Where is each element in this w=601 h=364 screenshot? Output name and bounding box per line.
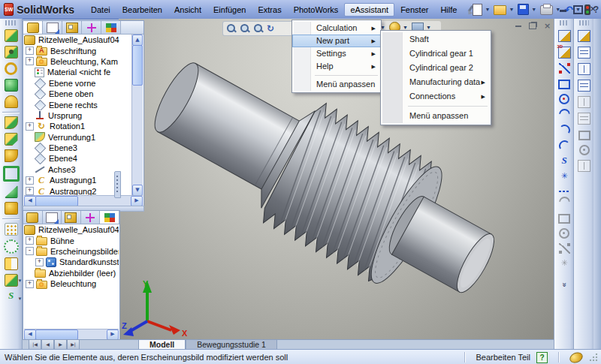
circular-pattern-icon[interactable] [4, 239, 19, 254]
3d-sketch-icon[interactable] [558, 47, 571, 59]
view-layout-icon[interactable] [578, 113, 590, 125]
relation-icon[interactable] [578, 131, 590, 140]
menu-item-menue-anpassen[interactable]: Menü anpassen [292, 78, 381, 91]
extruded-cut-icon[interactable] [5, 46, 18, 59]
tree-item[interactable]: Material <nicht fe [24, 67, 132, 77]
tree-root[interactable]: Ritzelwelle_Auslauf04 [24, 35, 132, 45]
tree-item[interactable]: -Erscheinungsbilder (S [24, 246, 119, 257]
tree-item[interactable]: +Beschriftung [24, 45, 132, 56]
menu-item-help[interactable]: Help▶ [292, 60, 381, 73]
expand-toggle[interactable]: + [26, 176, 34, 185]
tree-item[interactable]: Ursprung [24, 110, 132, 121]
tab-featuremanager[interactable] [23, 21, 43, 34]
scroll-right-arrow[interactable]: ▶ [107, 329, 119, 340]
shell-icon[interactable] [3, 166, 20, 182]
tree-item[interactable]: Ebene3 [24, 143, 132, 153]
menu-item-menue-anpassen[interactable]: Menü anpassen [381, 109, 491, 123]
doc-minimize-button[interactable] [515, 26, 521, 27]
menu-hilfe[interactable]: Hilfe [434, 3, 463, 17]
tab-displaymanager[interactable] [101, 21, 121, 34]
revolved-boss-icon[interactable] [5, 62, 17, 75]
relation-icon[interactable] [579, 145, 590, 155]
draft-icon[interactable] [5, 185, 18, 198]
display-relations-icon[interactable] [559, 243, 570, 254]
expand-toggle[interactable]: + [26, 236, 34, 245]
chevron-down-icon[interactable]: ▼ [531, 7, 536, 12]
tree-item[interactable]: +Standardkunststo [24, 257, 119, 267]
scroll-left-arrow[interactable]: ◀ [24, 196, 36, 206]
vertical-scrollbar[interactable]: ▲ ▼ [131, 35, 143, 196]
tree-item[interactable]: Ebene4 [24, 153, 132, 164]
toolbar-grip[interactable] [560, 20, 569, 26]
scroll-down-arrow[interactable]: ▼ [132, 185, 143, 196]
doc-close-button[interactable]: × [544, 23, 551, 29]
centerline-icon[interactable] [559, 191, 570, 192]
minimize-button[interactable] [560, 10, 566, 12]
new-document-icon[interactable] [473, 4, 482, 16]
tab-configurationmanager[interactable] [62, 211, 81, 224]
tree-item[interactable]: Abziehbilder (leer) [24, 268, 119, 278]
tab-displaymanager[interactable] [100, 211, 119, 224]
tree-item[interactable]: Ebene oben [24, 89, 132, 99]
menu-einfuegen[interactable]: Einfügen [207, 3, 252, 17]
chevron-down-icon[interactable]: ▼ [18, 294, 23, 304]
scroll-up-arrow[interactable]: ▲ [132, 35, 143, 46]
menu-item-cylindrical-gear-2[interactable]: Cylindrical gear 2 [381, 61, 491, 75]
zoom-fit-icon[interactable] [226, 23, 237, 34]
quick-snaps-icon[interactable]: ✳ [559, 258, 570, 269]
menu-photoworks[interactable]: PhotoWorks [288, 3, 345, 17]
3-point-arc-icon[interactable] [556, 138, 572, 154]
menu-extras[interactable]: Extras [252, 3, 287, 17]
menu-item-cylindrical-gear-1[interactable]: Cylindrical gear 1 [381, 47, 491, 61]
tab-featuremanager[interactable] [23, 211, 43, 224]
expand-toggle[interactable]: - [26, 247, 34, 255]
zoom-area-icon[interactable] [240, 23, 250, 34]
chevron-down-icon[interactable]: ▼ [485, 7, 490, 12]
tree-item[interactable]: Ebene vorne [24, 78, 132, 89]
expand-toggle[interactable]: + [26, 187, 34, 195]
tree-root[interactable]: Ritzelwelle_Auslauf04200 [24, 224, 119, 235]
toolbar-grip[interactable] [579, 20, 589, 26]
scrollbar-thumb[interactable] [35, 196, 78, 206]
tab-configurationmanager[interactable] [62, 21, 82, 34]
sketch-fillet-icon[interactable] [559, 197, 570, 208]
sketch-icon[interactable] [558, 30, 571, 42]
tree-item[interactable]: Ebene rechts [24, 99, 132, 110]
tab-propertymanager[interactable] [43, 211, 62, 224]
extruded-boss-icon[interactable] [5, 29, 18, 42]
reference-geometry-icon[interactable]: ▼ [5, 274, 18, 287]
edit-color-icon[interactable] [578, 30, 590, 42]
curves-icon[interactable]: S▼ [5, 290, 17, 302]
chamfer-icon[interactable] [5, 133, 18, 146]
panel-splitter-handle[interactable] [114, 171, 121, 198]
circle-icon[interactable] [559, 94, 569, 104]
lofted-boss-icon[interactable] [5, 149, 18, 162]
tab-propertymanager[interactable] [43, 21, 62, 34]
rotate-view-icon[interactable]: ↻ [267, 23, 274, 34]
menu-fenster[interactable]: Fenster [394, 3, 434, 17]
tree-item[interactable]: Verrundung1 [24, 132, 132, 143]
table-icon[interactable] [578, 47, 590, 59]
expand-toggle[interactable]: + [26, 47, 34, 55]
zoom-in-out-icon[interactable] [253, 23, 264, 34]
menu-bearbeiten[interactable]: Bearbeiten [116, 3, 168, 17]
expand-toggle[interactable]: + [26, 122, 34, 131]
save-icon[interactable] [518, 4, 529, 15]
tree-item[interactable]: +Beleuchtung, Kam [24, 56, 132, 67]
menu-ansicht[interactable]: Ansicht [168, 3, 207, 17]
menu-item-calculation[interactable]: Calculation▶ [292, 22, 381, 35]
spline-icon[interactable]: S [559, 156, 570, 167]
open-document-icon[interactable] [494, 5, 506, 15]
expand-toggle[interactable]: + [35, 258, 44, 266]
chevron-down-icon[interactable]: ▼ [426, 25, 431, 30]
mirror-icon[interactable] [5, 257, 18, 270]
scrollbar-thumb[interactable] [132, 45, 143, 86]
point-icon[interactable]: ✳ [559, 171, 570, 182]
menu-item-settings[interactable]: Settings▶ [292, 47, 381, 60]
rectangle-icon[interactable] [558, 80, 570, 89]
table-icon[interactable] [578, 63, 590, 75]
quick-tips-icon[interactable]: ? [536, 352, 548, 363]
tab-dimxpert[interactable] [82, 21, 101, 34]
table-icon[interactable] [578, 80, 590, 92]
more-tools-chevron-icon[interactable]: » [560, 275, 569, 295]
